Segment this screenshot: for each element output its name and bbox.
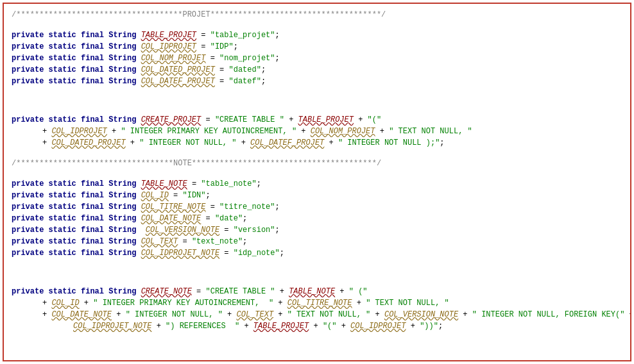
line-col-datef-projet: private static final String COL_DATEF_PR…	[12, 76, 622, 87]
line-col-id: private static final String COL_ID = "ID…	[12, 190, 622, 201]
line-create-note-4: COL_IDPROJET_NOTE + ") REFERENCES " + TA…	[12, 320, 622, 332]
line-create-projet-3: + COL_DATED_PROJET + " INTEGER NOT NULL,…	[12, 137, 622, 149]
line-table-projet: private static final String TABLE_PROJET…	[12, 29, 622, 41]
line-col-nom-projet: private static final String COL_NOM_PROJ…	[12, 53, 622, 64]
line-col-idprojet: private static final String COL_IDPROJET…	[12, 41, 622, 53]
line-create-projet-1: private static final String CREATE_PROJE…	[12, 114, 622, 126]
comment-projet: /************************************PRO…	[12, 9, 622, 21]
code-editor: /************************************PRO…	[3, 3, 631, 361]
line-create-note-1: private static final String CREATE_NOTE …	[12, 286, 622, 297]
line-col-idprojet-note: private static final String COL_IDPROJET…	[12, 247, 622, 259]
line-create-note-2: + COL_ID + " INTEGER PRIMARY KEY AUTOINC…	[12, 297, 622, 309]
line-table-note: private static final String TABLE_NOTE =…	[12, 178, 622, 190]
comment-note: /**********************************NOTE*…	[12, 158, 622, 169]
line-create-projet-2: + COL_IDPROJET + " INTEGER PRIMARY KEY A…	[12, 126, 622, 137]
line-col-dated-projet: private static final String COL_DATED_PR…	[12, 64, 622, 76]
line-col-titre-note: private static final String COL_TITRE_NO…	[12, 201, 622, 213]
line-col-date-note: private static final String COL_DATE_NOT…	[12, 213, 622, 224]
line-col-text: private static final String COL_TEXT = "…	[12, 236, 622, 247]
line-col-version-note: private static final String COL_VERSION_…	[12, 224, 622, 236]
line-create-note-3: + COL_DATE_NOTE + " INTEGER NOT NULL, " …	[12, 309, 622, 320]
